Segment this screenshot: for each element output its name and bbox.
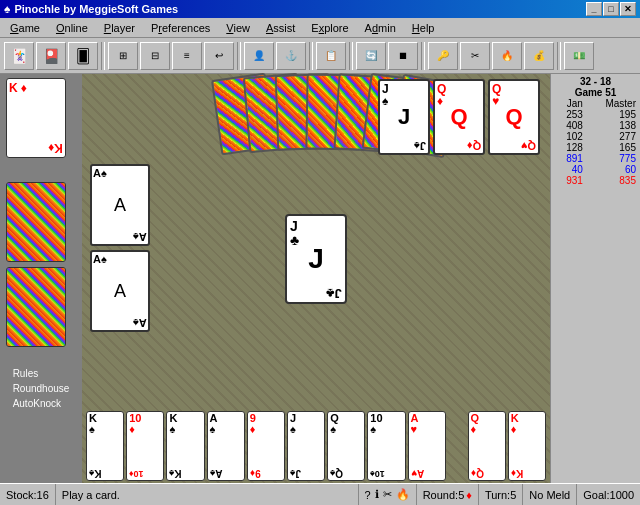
close-button[interactable]: ✕ (620, 2, 636, 16)
minimize-button[interactable]: _ (586, 2, 602, 16)
score-row-1: 253 195 (553, 109, 638, 120)
rules-text: Rules Roundhouse AutoKnock (13, 366, 70, 411)
card-queen-hearts: Q ♥ Q♥ Q (488, 79, 540, 155)
toolbar-sep-4 (349, 42, 353, 70)
score-green-v2: 60 (585, 164, 638, 175)
menu-preferences[interactable]: Preferences (143, 20, 218, 36)
score-red-v1: 931 (553, 175, 585, 186)
score-header1: 32 - 18 (553, 76, 638, 87)
roundhouse-label: Roundhouse (13, 381, 70, 396)
left-played-cards: A♠ A♠ A A♠ A♠ A (90, 164, 150, 332)
stock-label: Stock:16 (6, 489, 49, 501)
left-opponent-cards (6, 182, 76, 362)
toolbar-btn-17[interactable]: 💵 (564, 42, 594, 70)
help-icon[interactable]: ? (365, 489, 371, 501)
menu-bar: Game Online Player Preferences View Assi… (0, 18, 640, 38)
menu-help[interactable]: Help (404, 20, 443, 36)
toolbar-btn-5[interactable]: ⊟ (140, 42, 170, 70)
center-played-card: J ♣ J J♣ (285, 214, 347, 304)
toolbar-btn-7[interactable]: ↩ (204, 42, 234, 70)
message-label: Play a card. (62, 489, 120, 501)
score-r1-v2: 195 (585, 109, 638, 120)
score-row-4: 128 165 (553, 142, 638, 153)
status-turn: Turn:5 (479, 484, 523, 505)
score-row-red: 931 835 (553, 175, 638, 186)
maximize-button[interactable]: □ (603, 2, 619, 16)
center-area: J ♠ J♠ J Q ♦ Q♦ Q Q ♥ Q♥ Q (82, 74, 550, 483)
score-r2-v1: 408 (553, 120, 585, 131)
status-goal: Goal:1000 (577, 484, 640, 505)
status-bar: Stock:16 Play a card. ? ℹ ✂ 🔥 Round:5 ♦ … (0, 483, 640, 505)
rules-label: Rules (13, 366, 70, 381)
toolbar-btn-4[interactable]: ⊞ (108, 42, 138, 70)
autoknock-label: AutoKnock (13, 396, 70, 411)
hand-card-4[interactable]: A♠ A♠ (207, 411, 245, 481)
toolbar-btn-2[interactable]: 🎴 (36, 42, 66, 70)
hand-card-6[interactable]: J♠ J♠ (287, 411, 325, 481)
toolbar-sep-5 (421, 42, 425, 70)
hand-card-3[interactable]: K♠ K♠ (166, 411, 204, 481)
left-panel: K ♦ K♦ Rules Roundhouse AutoKnock (0, 74, 82, 483)
toolbar-btn-8[interactable]: 👤 (244, 42, 274, 70)
score-row-3: 102 277 (553, 131, 638, 142)
goal-label: Goal:1000 (583, 489, 634, 501)
toolbar-btn-3[interactable]: 🂠 (68, 42, 98, 70)
hand-card-7[interactable]: Q♠ Q♠ (327, 411, 365, 481)
score-r3-v1: 102 (553, 131, 585, 142)
score-red-v2: 835 (585, 175, 638, 186)
hand-card-9[interactable]: A♥ A♥ (408, 411, 446, 481)
menu-assist[interactable]: Assist (258, 20, 303, 36)
hand-card-8[interactable]: 10♠ 10♠ (367, 411, 405, 481)
status-message: Play a card. (56, 484, 359, 505)
toolbar-btn-12[interactable]: ⏹ (388, 42, 418, 70)
toolbar-btn-10[interactable]: 📋 (316, 42, 346, 70)
played-cards-area: J ♠ J♠ J Q ♦ Q♦ Q Q ♥ Q♥ Q (378, 79, 540, 155)
menu-view[interactable]: View (218, 20, 258, 36)
status-icons: ? ℹ ✂ 🔥 (359, 484, 417, 505)
window-controls: _ □ ✕ (586, 2, 636, 16)
status-meld: No Meld (523, 484, 577, 505)
menu-player[interactable]: Player (96, 20, 143, 36)
toolbar-btn-15[interactable]: 🔥 (492, 42, 522, 70)
score-r3-v2: 277 (585, 131, 638, 142)
card-jack-spades: J ♠ J♠ J (378, 79, 430, 155)
score-r4-v1: 128 (553, 142, 585, 153)
round-label: Round:5 (423, 489, 465, 501)
toolbar-btn-11[interactable]: 🔄 (356, 42, 386, 70)
score-blue-v2: 775 (585, 153, 638, 164)
score-green-v1: 40 (553, 164, 585, 175)
toolbar-btn-13[interactable]: 🔑 (428, 42, 458, 70)
game-area: K ♦ K♦ Rules Roundhouse AutoKnock (0, 74, 640, 483)
score-r4-v2: 165 (585, 142, 638, 153)
toolbar-sep-3 (309, 42, 313, 70)
player-hand: K♠ K♠ 10♦ 10♦ K♠ K♠ A♠ A♠ 9♦ 9♦ (82, 388, 550, 483)
toolbar-btn-6[interactable]: ≡ (172, 42, 202, 70)
score-col1-header: Jan (553, 98, 585, 109)
window-title: Pinochle by MeggieSoft Games (14, 3, 586, 15)
hand-card-1[interactable]: K♠ K♠ (86, 411, 124, 481)
menu-game[interactable]: Game (2, 20, 48, 36)
toolbar-btn-1[interactable]: 🃏 (4, 42, 34, 70)
menu-online[interactable]: Online (48, 20, 96, 36)
status-round: Round:5 ♦ (417, 484, 479, 505)
hand-card-2[interactable]: 10♦ 10♦ (126, 411, 164, 481)
toolbar-btn-16[interactable]: 💰 (524, 42, 554, 70)
hand-card-5[interactable]: 9♦ 9♦ (247, 411, 285, 481)
menu-explore[interactable]: Explore (303, 20, 356, 36)
edit-icon[interactable]: ✂ (383, 488, 392, 501)
fire-icon[interactable]: 🔥 (396, 488, 410, 501)
score-r1-v1: 253 (553, 109, 585, 120)
app-icon: ♠ (4, 2, 10, 16)
meld-label: No Meld (529, 489, 570, 501)
score-table: Jan Master 253 195 408 138 102 277 128 1… (553, 98, 638, 186)
info-icon[interactable]: ℹ (375, 488, 379, 501)
toolbar-btn-14[interactable]: ✂ (460, 42, 490, 70)
card-queen-diamonds: Q ♦ Q♦ Q (433, 79, 485, 155)
score-blue-v1: 891 (553, 153, 585, 164)
player-trump-card: K ♦ K♦ (6, 78, 66, 158)
score-r2-v2: 138 (585, 120, 638, 131)
toolbar-btn-9[interactable]: ⚓ (276, 42, 306, 70)
hand-card-11[interactable]: K♦ K♦ (508, 411, 546, 481)
menu-admin[interactable]: Admin (357, 20, 404, 36)
hand-card-10[interactable]: Q♦ Q♦ (468, 411, 506, 481)
